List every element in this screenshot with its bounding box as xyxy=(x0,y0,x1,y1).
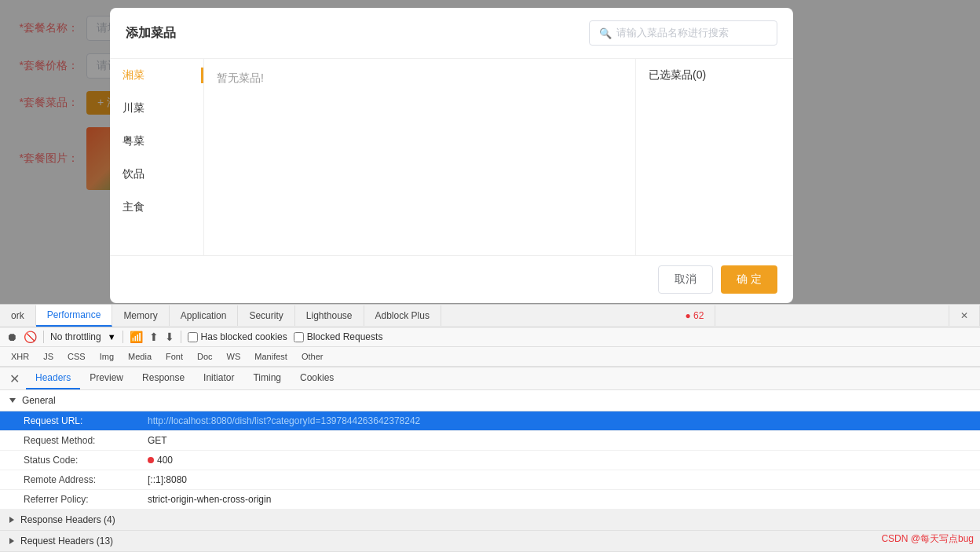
filter-js[interactable]: JS xyxy=(38,350,58,363)
request-headers-section[interactable]: Request Headers (13) xyxy=(0,531,980,552)
request-detail-panel: ✕ Headers Preview Response Initiator Tim… xyxy=(0,367,980,552)
devtools-tab-bar: ork Performance Memory Application Secur… xyxy=(0,305,980,327)
category-item-yue[interactable]: 粤菜 xyxy=(110,125,203,158)
remote-address-value: [::1]:8080 xyxy=(148,474,187,485)
confirm-button[interactable]: 确 定 xyxy=(721,265,777,294)
tab-memory[interactable]: Memory xyxy=(112,305,169,326)
selected-dish-area: 已选菜品(0) xyxy=(636,59,793,255)
tab-lighthouse[interactable]: Lighthouse xyxy=(295,305,364,326)
blocked-requests-text: Blocked Requests xyxy=(307,331,383,342)
status-code-label: Status Code: xyxy=(24,455,141,466)
status-code-row: Status Code: 400 xyxy=(0,451,980,470)
toolbar-divider2 xyxy=(122,331,123,343)
remote-address-row: Remote Address: [::1]:8080 xyxy=(0,470,980,490)
tab-network[interactable]: ork xyxy=(0,305,36,326)
request-url-row: Request URL: http://localhost:8080/dish/… xyxy=(0,411,980,431)
devtools-toolbar: ⏺ 🚫 No throttling ▼ 📶 ⬆ ⬇ Has blocked co… xyxy=(0,327,980,347)
filter-font[interactable]: Font xyxy=(161,350,188,363)
request-url-label: Request URL: xyxy=(24,415,141,426)
request-method-label: Request Method: xyxy=(24,435,141,446)
request-url-value[interactable]: http://localhost:8080/dish/list?category… xyxy=(148,415,420,426)
search-icon: 🔍 xyxy=(599,27,612,39)
tab-application[interactable]: Application xyxy=(170,305,239,326)
filter-img[interactable]: Img xyxy=(95,350,119,363)
cancel-button[interactable]: 取消 xyxy=(658,265,713,294)
remote-address-label: Remote Address: xyxy=(24,474,141,485)
referrer-policy-label: Referrer Policy: xyxy=(24,494,141,505)
status-code-value: 400 xyxy=(148,455,173,466)
filter-css[interactable]: CSS xyxy=(63,350,90,363)
has-blocked-cookies-text: Has blocked cookies xyxy=(201,331,287,342)
response-headers-section[interactable]: Response Headers (4) xyxy=(0,510,980,531)
has-blocked-cookies-checkbox[interactable] xyxy=(188,332,198,342)
tab-performance[interactable]: Performance xyxy=(36,305,113,327)
category-item-chuan[interactable]: 川菜 xyxy=(110,92,203,125)
filter-media[interactable]: Media xyxy=(123,350,156,363)
toolbar-divider xyxy=(43,331,44,343)
empty-dish-text: 暂无菜品! xyxy=(217,71,264,86)
download-icon[interactable]: ⬇ xyxy=(165,331,174,343)
general-section-header[interactable]: General xyxy=(0,390,980,411)
category-sidebar: 湘菜 川菜 粤菜 饮品 主食 xyxy=(110,59,204,255)
has-blocked-cookies-label[interactable]: Has blocked cookies xyxy=(188,331,287,342)
general-section-label: General xyxy=(22,395,56,406)
response-headers-label: Response Headers (4) xyxy=(20,514,115,525)
request-subtabs: ✕ Headers Preview Response Initiator Tim… xyxy=(0,367,980,390)
modal-header: 添加菜品 🔍 请输入菜品名称进行搜索 xyxy=(110,8,793,59)
toolbar-divider3 xyxy=(181,331,181,343)
modal-footer: 取消 确 定 xyxy=(110,255,793,303)
modal-title: 添加菜品 xyxy=(126,25,176,42)
filter-other[interactable]: Other xyxy=(297,350,328,363)
subtab-timing[interactable]: Timing xyxy=(243,367,291,389)
watermark-text: CSDN @每天写点bug xyxy=(881,533,974,544)
subtab-response[interactable]: Response xyxy=(133,367,194,389)
subtab-preview[interactable]: Preview xyxy=(80,367,133,389)
clear-icon[interactable]: 🚫 xyxy=(24,331,37,343)
error-badge[interactable]: ● 62 xyxy=(674,305,715,326)
modal-body: 湘菜 川菜 粤菜 饮品 主食 暂无菜品! 已选菜品(0) xyxy=(110,59,793,255)
request-details: General Request URL: http://localhost:80… xyxy=(0,390,980,552)
close-request-panel[interactable]: ✕ xyxy=(3,368,26,389)
dish-list-area: 暂无菜品! xyxy=(204,59,636,255)
filter-ws[interactable]: WS xyxy=(222,350,246,363)
record-icon[interactable]: ⏺ xyxy=(6,331,17,343)
subtab-headers[interactable]: Headers xyxy=(26,367,80,389)
watermark: CSDN @每天写点bug xyxy=(881,532,974,546)
tab-adblock[interactable]: Adblock Plus xyxy=(364,305,441,326)
referrer-policy-row: Referrer Policy: strict-origin-when-cros… xyxy=(0,490,980,510)
request-method-row: Request Method: GET xyxy=(0,431,980,451)
throttle-label: No throttling xyxy=(50,331,101,342)
subtab-cookies[interactable]: Cookies xyxy=(291,367,343,389)
wifi-icon[interactable]: 📶 xyxy=(130,331,143,343)
search-box[interactable]: 🔍 请输入菜品名称进行搜索 xyxy=(589,20,777,46)
request-method-value: GET xyxy=(148,435,167,446)
expand-icon2 xyxy=(9,538,14,544)
category-item-staple[interactable]: 主食 xyxy=(110,191,203,224)
request-headers-label: Request Headers (13) xyxy=(20,536,113,547)
blocked-requests-checkbox[interactable] xyxy=(294,332,304,342)
blocked-requests-label[interactable]: Blocked Requests xyxy=(294,331,383,342)
devtools-panel: ork Performance Memory Application Secur… xyxy=(0,304,980,552)
selected-count: 已选菜品(0) xyxy=(649,68,706,81)
category-item-drink[interactable]: 饮品 xyxy=(110,158,203,191)
tab-security[interactable]: Security xyxy=(238,305,294,326)
collapse-icon xyxy=(9,398,16,403)
filter-bar: XHR JS CSS Img Media Font Doc WS Manifes… xyxy=(0,347,980,367)
upload-icon[interactable]: ⬆ xyxy=(149,331,159,343)
category-item-xiang[interactable]: 湘菜 xyxy=(110,59,203,92)
filter-doc[interactable]: Doc xyxy=(192,350,218,363)
add-dish-modal: 添加菜品 🔍 请输入菜品名称进行搜索 湘菜 川菜 粤菜 饮品 主食 暂无菜品! … xyxy=(110,8,793,303)
expand-icon xyxy=(9,517,14,523)
filter-xhr[interactable]: XHR xyxy=(6,350,34,363)
close-devtools[interactable]: ✕ xyxy=(949,305,980,326)
filter-manifest[interactable]: Manifest xyxy=(250,350,292,363)
referrer-policy-value: strict-origin-when-cross-origin xyxy=(148,494,271,505)
search-placeholder: 请输入菜品名称进行搜索 xyxy=(616,26,729,40)
status-dot xyxy=(148,457,154,463)
throttle-dropdown-icon[interactable]: ▼ xyxy=(108,332,116,342)
subtab-initiator[interactable]: Initiator xyxy=(194,367,243,389)
